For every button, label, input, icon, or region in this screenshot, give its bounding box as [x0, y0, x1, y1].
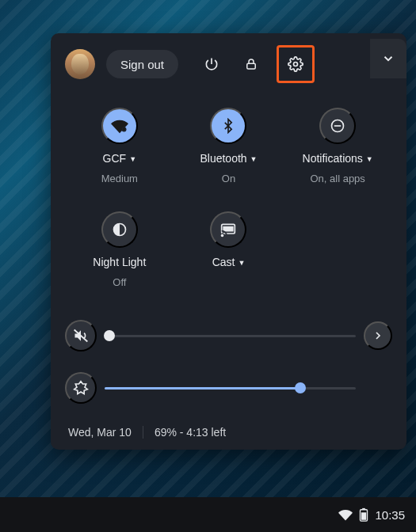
user-avatar[interactable]	[65, 49, 95, 79]
cast-label[interactable]: Cast ▼	[212, 256, 246, 268]
gear-icon	[288, 56, 303, 72]
battery-icon	[359, 507, 368, 522]
brightness-icon	[73, 380, 89, 396]
notifications-label-text: Notifications	[303, 152, 363, 165]
notifications-toggle[interactable]	[319, 108, 356, 144]
nightlight-label[interactable]: Night Light	[93, 256, 146, 268]
tile-wifi: GCF ▼ Medium	[65, 108, 174, 184]
nightlight-label-text: Night Light	[93, 256, 146, 268]
bluetooth-label-text: Bluetooth	[200, 152, 246, 165]
tile-nightlight: Night Light Off	[65, 211, 174, 288]
settings-button[interactable]	[282, 50, 309, 78]
svg-rect-0	[247, 63, 256, 69]
notifications-label[interactable]: Notifications ▼	[303, 152, 373, 165]
volume-slider-thumb[interactable]	[104, 330, 115, 341]
power-button[interactable]	[197, 50, 226, 78]
footer-battery: 69% - 4:13 left	[155, 426, 226, 439]
svg-rect-11	[363, 508, 366, 510]
wifi-icon	[338, 507, 353, 522]
brightness-button[interactable]	[65, 372, 97, 404]
nightlight-toggle[interactable]	[101, 211, 138, 248]
caret-icon: ▼	[366, 155, 373, 163]
power-icon	[204, 56, 219, 72]
chevron-down-icon	[381, 51, 395, 66]
bluetooth-label[interactable]: Bluetooth ▼	[200, 152, 257, 165]
wifi-label[interactable]: GCF ▼	[103, 152, 136, 165]
quick-tiles: GCF ▼ Medium Bluetooth ▼ On Notification…	[65, 108, 392, 288]
wifi-toggle[interactable]	[101, 108, 138, 144]
lock-icon	[244, 57, 258, 71]
sign-out-button[interactable]: Sign out	[106, 50, 178, 78]
cast-icon	[220, 222, 236, 238]
wifi-sub: Medium	[101, 173, 138, 184]
bluetooth-icon	[220, 118, 236, 134]
chevron-right-icon	[372, 329, 384, 342]
brightness-slider[interactable]	[105, 387, 356, 390]
tile-cast: Cast ▼	[174, 211, 284, 288]
svg-marker-9	[74, 382, 88, 394]
collapse-button[interactable]	[370, 39, 406, 78]
volume-mute-icon	[73, 328, 89, 344]
volume-row	[65, 320, 392, 352]
header: Sign out	[65, 44, 392, 84]
notifications-sub: On, all apps	[310, 173, 364, 184]
volume-mute-button[interactable]	[65, 320, 97, 352]
wifi-icon	[111, 117, 128, 135]
shelf-status-area[interactable]: 10:35	[338, 507, 405, 522]
quick-settings-panel: Sign out GCF ▼	[51, 33, 406, 450]
header-icons	[197, 45, 315, 83]
dnd-icon	[330, 118, 345, 134]
svg-point-1	[294, 63, 298, 66]
brightness-slider-fill	[105, 387, 300, 390]
bluetooth-sub: On	[222, 173, 235, 184]
svg-rect-12	[361, 512, 366, 519]
svg-point-7	[222, 235, 223, 237]
tile-notifications: Notifications ▼ On, all apps	[283, 108, 392, 184]
brightness-row	[65, 372, 392, 404]
sliders	[65, 320, 392, 404]
volume-slider[interactable]	[105, 335, 356, 337]
caret-icon: ▼	[250, 155, 258, 163]
footer-date: Wed, Mar 10	[68, 426, 132, 439]
lock-button[interactable]	[237, 50, 265, 78]
tile-empty	[283, 211, 392, 288]
footer-separator	[143, 426, 143, 439]
shelf-time: 10:35	[375, 508, 405, 522]
caret-icon: ▼	[129, 155, 136, 163]
nightlight-icon	[112, 222, 128, 238]
panel-footer: Wed, Mar 10 69% - 4:13 left	[65, 426, 392, 439]
cast-label-text: Cast	[212, 256, 235, 268]
bluetooth-toggle[interactable]	[210, 108, 246, 144]
tile-bluetooth: Bluetooth ▼ On	[174, 108, 284, 184]
caret-icon: ▼	[238, 259, 245, 267]
audio-settings-button[interactable]	[364, 321, 392, 350]
shelf: 10:35	[0, 497, 416, 532]
settings-highlight	[277, 45, 315, 83]
cast-toggle[interactable]	[210, 211, 246, 248]
wifi-label-text: GCF	[103, 152, 127, 165]
nightlight-sub: Off	[113, 276, 126, 288]
brightness-slider-thumb[interactable]	[295, 382, 306, 393]
